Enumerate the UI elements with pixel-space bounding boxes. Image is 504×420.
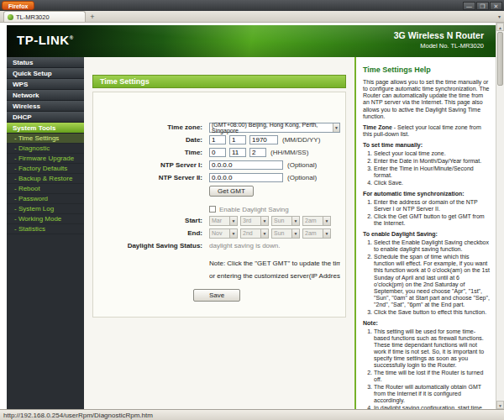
router-page: TP-LINK® 3G Wireless N Router Model No. … [0,23,496,409]
status-bar: http://192.168.0.254/userRpm/DiagnosticR… [0,409,504,420]
tab-favicon-icon [8,14,13,20]
browser-window: Firefox — ❐ ✕ TL-MR3020 + ▾ TP-LINK® 3G … [0,0,504,420]
help-intro: This page allows you to set the time man… [363,79,490,119]
help-step: This setting will be used for some time-… [374,328,490,369]
sidebar-nav: Status Quick Setup WPS Network Wireless … [7,57,84,409]
dst-end-label: End: [93,229,209,237]
help-step: Enter the Time in Hour/Minute/Second for… [374,165,490,179]
sidebar-item-system-log[interactable]: - System Log [7,204,84,214]
time-format-hint: (HH/MM/SS) [270,149,308,156]
firefox-menu-button[interactable]: Firefox [2,1,34,10]
tplink-logo: TP-LINK® [17,33,74,47]
header-banner: TP-LINK® 3G Wireless N Router Model No. … [7,25,496,57]
ntp-server1-optional-hint: (Optional) [287,161,317,169]
tab-bar: TL-MR3020 + ▾ [0,11,504,23]
end-day-select[interactable]: Sun▼ [271,228,300,239]
ntp-server2-input[interactable] [209,173,283,182]
end-month-select[interactable]: Nov▼ [209,228,238,239]
enable-daylight-saving-label: Enable Daylight Saving [219,206,289,213]
help-step: Select the Enable Daylight Saving checkb… [374,239,490,253]
date-format-hint: (MM/DD/YY) [282,136,320,144]
vertical-scrollbar[interactable]: ▲ ▼ [496,23,504,409]
ntp-server1-input[interactable] [209,160,283,170]
sidebar-item-status[interactable]: Status [7,57,84,68]
sidebar-item-system-tools[interactable]: System Tools [7,123,84,134]
banner-product-info: 3G Wireless N Router Model No. TL-MR3020 [394,30,484,50]
sidebar-item-reboot[interactable]: - Reboot [7,184,84,194]
start-week-select[interactable]: 3rd▼ [240,216,269,226]
date-day-input[interactable] [229,135,246,144]
date-year-input[interactable] [249,135,278,144]
help-manual-heading: To set time manually: [363,142,490,149]
minimize-icon[interactable]: — [463,2,475,10]
time-hour-input[interactable] [209,148,226,157]
chevron-down-icon: ▼ [323,217,330,225]
sidebar-item-password[interactable]: - Password [7,194,84,204]
sidebar-item-network[interactable]: Network [7,90,84,101]
start-month-select[interactable]: Mar▼ [209,216,238,226]
chevron-down-icon: ▼ [260,217,268,225]
help-step: The Router will automatically obtain GMT… [374,384,490,404]
enable-daylight-saving-checkbox[interactable] [209,206,216,213]
dst-status-label: Daylight Saving Status: [93,242,209,249]
sidebar-item-time-settings[interactable]: - Time Settings [7,134,84,144]
help-auto-steps: Enter the address or domain of the NTP S… [363,199,490,227]
sidebar-item-backup-restore[interactable]: - Backup & Restore [7,174,84,184]
dst-start-label: Start: [93,217,209,224]
help-step: The time will be lost if the Router is t… [374,370,490,383]
help-step: Select your local time zone. [374,150,490,157]
timezone-label: Time zone: [93,123,209,131]
maximize-icon[interactable]: ❐ [476,2,489,10]
scroll-down-icon[interactable]: ▼ [496,401,504,409]
close-icon[interactable]: ✕ [490,2,502,10]
help-step: Enter the address or domain of the NTP S… [374,199,490,213]
list-tabs-icon[interactable]: ▾ [498,13,501,19]
sidebar-item-wps[interactable]: WPS [7,79,84,90]
new-tab-button[interactable]: + [86,12,99,22]
chevron-down-icon: ▼ [291,229,299,238]
tab-tl-mr3020[interactable]: TL-MR3020 [3,11,86,22]
end-time-select[interactable]: 2am▼ [302,228,331,239]
ntp-server2-label: NTP Server II: [93,174,209,181]
chevron-down-icon: ▼ [229,229,237,238]
help-title: Time Settings Help [363,66,490,74]
product-name: 3G Wireless N Router [394,30,484,40]
sidebar-item-firmware-upgrade[interactable]: - Firmware Upgrade [7,154,84,164]
scroll-up-icon[interactable]: ▲ [496,23,504,31]
window-controls: — ❐ ✕ [463,2,502,10]
date-month-input[interactable] [209,135,226,144]
status-url: http://192.168.0.254/userRpm/DiagnosticR… [3,412,153,419]
main-content: Time Settings Time zone: (GMT+08:00) Bei… [84,57,354,409]
sidebar-item-factory-defaults[interactable]: - Factory Defaults [7,164,84,174]
scrollbar-thumb[interactable] [497,32,503,86]
gmt-note-line2: or entering the customized server(IP Add… [209,271,340,281]
start-time-select[interactable]: 2am▼ [302,216,331,226]
time-settings-form: Time zone: (GMT+08:00) Beijing, Hong Kon… [92,92,346,318]
help-auto-heading: For automatic time synchronization: [363,191,490,197]
chevron-down-icon: ▼ [229,217,237,225]
chevron-down-icon: ▼ [260,229,268,238]
page-title: Time Settings [92,75,346,88]
get-gmt-button[interactable]: Get GMT [209,186,254,197]
help-step: Click the Get GMT button to get GMT from… [374,213,490,227]
help-step: Enter the Date in Month/Day/Year format. [374,158,490,165]
sidebar-item-working-mode[interactable]: - Working Mode [7,214,84,224]
sidebar-item-wireless[interactable]: Wireless [7,101,84,112]
save-button[interactable]: Save [193,289,240,302]
sidebar-item-dhcp[interactable]: DHCP [7,112,84,123]
sidebar-item-diagnostic[interactable]: - Diagnostic [7,144,84,154]
help-note-heading: Note: [363,320,490,327]
start-day-select[interactable]: Sun▼ [271,216,300,226]
time-minute-input[interactable] [229,148,246,157]
sidebar-item-statistics[interactable]: - Statistics [7,224,84,234]
end-week-select[interactable]: 2nd▼ [240,228,269,239]
ntp-server2-optional-hint: (Optional) [287,174,317,181]
help-timezone-para: Time Zone - Select your local time zone … [363,124,490,138]
dst-status-value: daylight saving is down. [209,242,281,249]
timezone-select[interactable]: (GMT+08:00) Beijing, Hong Kong, Perth, S… [209,123,340,133]
chevron-down-icon: ▼ [323,229,330,238]
timezone-selected-value: (GMT+08:00) Beijing, Hong Kong, Perth, S… [212,122,333,134]
sidebar-item-quick-setup[interactable]: Quick Setup [7,68,84,79]
sidebar-filler [7,234,84,409]
time-second-input[interactable] [249,148,266,157]
